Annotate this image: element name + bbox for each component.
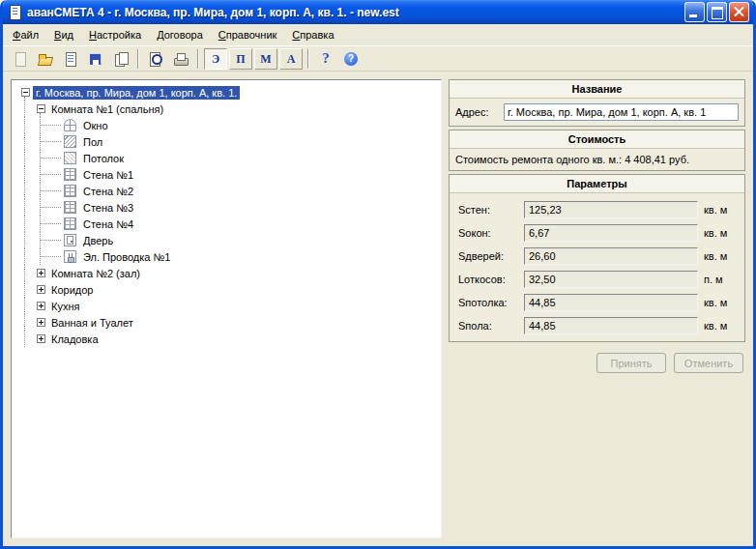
parameter-input[interactable] <box>524 247 698 265</box>
close-button[interactable] <box>729 2 749 22</box>
tree-item-label[interactable]: г. Москва, пр. Мира, дом 1, корп. А, кв.… <box>33 86 240 100</box>
tree-item[interactable]: Дверь <box>17 232 439 248</box>
tree-indent-line <box>17 199 33 216</box>
tree-item[interactable]: Комната №2 (зал) <box>17 265 439 281</box>
parameter-row: Sпотолка:кв. м <box>450 291 744 314</box>
expander-plus-icon[interactable] <box>37 285 45 294</box>
context-help-button[interactable]: ? <box>314 48 337 70</box>
save-button[interactable] <box>84 48 107 70</box>
letter-button-m[interactable]: М <box>254 48 277 70</box>
parameter-input[interactable] <box>524 201 698 218</box>
properties-panel: Название Адрес: Стоимость Стоимость ремо… <box>449 79 745 538</box>
tree-expander[interactable] <box>33 265 48 281</box>
tree-indent-line <box>17 265 33 281</box>
new-estimate-button[interactable] <box>59 48 82 70</box>
tree-item-label[interactable]: Потолок <box>80 152 127 165</box>
tree-item-label[interactable]: Стена №1 <box>80 168 136 182</box>
tree-expander[interactable] <box>17 84 33 101</box>
tree-item[interactable]: Стена №3 <box>17 199 439 216</box>
tree-item[interactable]: Кладовка <box>17 331 439 347</box>
tree-item[interactable]: Стена №1 <box>17 166 439 183</box>
tree-item[interactable]: Эл. Проводка №1 <box>17 248 439 265</box>
toolbar-separator <box>197 49 199 69</box>
tree-expander[interactable] <box>33 314 48 331</box>
toolbar: Э П М А ? ? <box>3 45 753 72</box>
tree-item[interactable]: Потолок <box>17 150 439 166</box>
tree-item[interactable]: Пол <box>17 133 439 150</box>
tree-item[interactable]: Коридор <box>17 281 439 298</box>
menu-contracts[interactable]: Договора <box>149 26 211 43</box>
tree-expander[interactable] <box>33 331 48 347</box>
menu-help[interactable]: Справка <box>284 26 341 43</box>
print-button[interactable] <box>169 48 192 70</box>
address-input[interactable] <box>504 103 739 121</box>
parameter-input[interactable] <box>524 224 698 242</box>
toolbar-separator <box>137 49 139 69</box>
tree-item-label[interactable]: Коридор <box>48 283 96 297</box>
tree-item-label[interactable]: Комната №2 (зал) <box>48 267 143 280</box>
parameter-input[interactable] <box>524 317 698 334</box>
tree-connector <box>48 150 64 166</box>
tree-item[interactable]: Кухня <box>17 298 439 314</box>
tree-indent-line <box>17 281 33 298</box>
address-row: Адрес: <box>450 99 744 126</box>
save-copy-button[interactable] <box>109 48 132 70</box>
tree-item-label[interactable]: Стена №3 <box>80 201 136 215</box>
estimate-tree[interactable]: г. Москва, пр. Мира, дом 1, корп. А, кв.… <box>11 79 442 538</box>
tree-item[interactable]: г. Москва, пр. Мира, дом 1, корп. А, кв.… <box>17 84 439 101</box>
tree-item[interactable]: Окно <box>17 117 439 133</box>
parameter-label: Sстен: <box>458 204 518 216</box>
tree-expander[interactable] <box>33 101 48 117</box>
parameter-label: Sокон: <box>458 227 518 239</box>
parameter-input[interactable] <box>524 271 698 288</box>
tree-item-label[interactable]: Стена №2 <box>80 185 136 198</box>
tree-item-label[interactable]: Пол <box>80 135 105 149</box>
expander-plus-icon[interactable] <box>37 334 45 343</box>
application-window: аванСМЕТА 4 - г. Москва, пр. Мира, дом 1… <box>0 0 756 549</box>
tree-item-label[interactable]: Ванная и Туалет <box>48 316 136 330</box>
tree-indent-line <box>17 101 33 117</box>
new-button[interactable] <box>9 48 32 70</box>
tree-item[interactable]: Стена №2 <box>17 183 439 199</box>
tree-item-label[interactable]: Дверь <box>80 234 116 247</box>
tree-item[interactable]: Комната №1 (спальня) <box>17 101 439 117</box>
letter-button-e[interactable]: Э <box>204 48 227 70</box>
parameter-input[interactable] <box>524 294 698 311</box>
question-circle-icon: ? <box>344 52 358 66</box>
tree-expander[interactable] <box>33 281 48 298</box>
expander-minus-icon[interactable] <box>37 104 45 113</box>
about-button[interactable]: ? <box>339 48 363 70</box>
tree-item-label[interactable]: Стена №4 <box>80 217 136 231</box>
tree-item-label[interactable]: Кухня <box>48 300 82 313</box>
maximize-button[interactable] <box>707 2 727 22</box>
expander-plus-icon[interactable] <box>37 318 45 327</box>
accept-button[interactable]: Принять <box>596 353 666 373</box>
tree-item-label[interactable]: Окно <box>80 119 111 132</box>
tree-item[interactable]: Стена №4 <box>17 216 439 232</box>
minimize-button[interactable] <box>684 2 705 22</box>
tree-indent-line <box>17 183 33 199</box>
tree-expander[interactable] <box>33 298 48 314</box>
menu-view[interactable]: Вид <box>46 26 81 43</box>
parameter-row: Lоткосов:п. м <box>450 268 744 291</box>
tree-item-label[interactable]: Кладовка <box>48 332 102 346</box>
menu-settings[interactable]: Настройка <box>81 26 149 43</box>
tree-indent-line <box>17 298 33 314</box>
menu-file[interactable]: Файл <box>5 26 46 43</box>
tree-connector <box>48 117 64 133</box>
cancel-button[interactable]: Отменить <box>674 353 743 373</box>
print-icon <box>173 51 189 67</box>
tree-item-label[interactable]: Эл. Проводка №1 <box>80 250 173 264</box>
open-button[interactable] <box>34 48 57 70</box>
expander-plus-icon[interactable] <box>37 302 45 310</box>
menu-reference[interactable]: Справочник <box>211 26 285 43</box>
letter-button-p[interactable]: П <box>229 48 252 70</box>
parameter-row: Sпола:кв. м <box>450 314 744 337</box>
tree-item[interactable]: Ванная и Туалет <box>17 314 439 331</box>
expander-plus-icon[interactable] <box>37 269 45 277</box>
print-preview-button[interactable] <box>144 48 167 70</box>
expander-minus-icon[interactable] <box>21 88 30 97</box>
print-preview-icon <box>148 51 163 67</box>
letter-button-a[interactable]: А <box>279 48 303 70</box>
tree-item-label[interactable]: Комната №1 (спальня) <box>48 102 166 116</box>
